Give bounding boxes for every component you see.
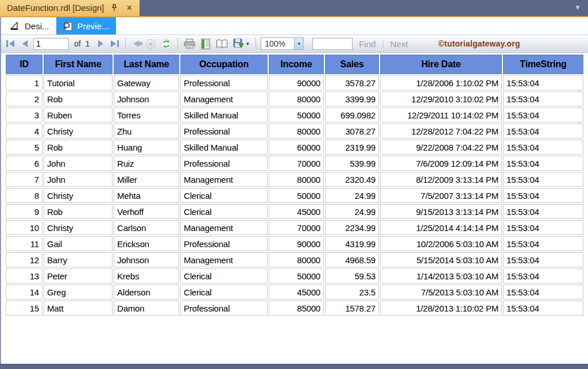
table-cell: Johnson bbox=[114, 252, 179, 267]
column-header: Last Name bbox=[114, 55, 179, 74]
find-next-separator: | bbox=[382, 40, 384, 48]
table-row: 5RobHuangSkilled Manual600002319.999/22/… bbox=[6, 140, 583, 155]
table-cell: Zhu bbox=[114, 124, 179, 139]
table-cell: 70000 bbox=[269, 156, 324, 171]
table-row: 8ChristyMehtaClerical5000024.997/5/2007 … bbox=[6, 188, 583, 203]
table-cell: 90000 bbox=[269, 75, 324, 90]
first-page-button[interactable] bbox=[5, 37, 16, 50]
last-page-button[interactable] bbox=[109, 37, 121, 50]
table-cell: 15:53:04 bbox=[503, 236, 583, 251]
table-row: 14GregAldersonClerical4500023.57/5/2013 … bbox=[6, 285, 583, 299]
table-cell: 80000 bbox=[269, 91, 324, 106]
table-cell: 3078.27 bbox=[325, 124, 379, 139]
table-cell: 15:53:04 bbox=[503, 220, 583, 235]
back-to-parent-button[interactable] bbox=[130, 37, 142, 50]
table-cell: Christy bbox=[44, 188, 113, 203]
document-tab[interactable]: DateFunction.rdl [Design] ✕ bbox=[0, 0, 140, 16]
table-cell: Professional bbox=[180, 75, 268, 90]
table-cell: Ruben bbox=[44, 107, 113, 122]
find-button[interactable]: Find bbox=[355, 39, 379, 49]
document-area: Desi... Previe... of 1 bbox=[0, 17, 588, 364]
refresh-button[interactable] bbox=[160, 37, 173, 50]
table-cell: Gail bbox=[44, 236, 113, 251]
table-cell: 1/14/2013 5:03:10 AM bbox=[380, 268, 502, 283]
stop-rendering-button[interactable]: ✕ bbox=[145, 37, 157, 50]
stop-icon: ✕ bbox=[146, 39, 156, 49]
table-cell: Alderson bbox=[114, 285, 179, 299]
vs-window: DateFunction.rdl [Design] ✕ ▼ Desi... bbox=[0, 0, 588, 369]
table-cell: 9 bbox=[6, 204, 42, 219]
table-cell: 50000 bbox=[269, 268, 324, 283]
table-cell: Skilled Manual bbox=[180, 107, 268, 122]
tab-design[interactable]: Desi... bbox=[3, 17, 56, 34]
zoom-combobox[interactable]: 100% ▼ bbox=[261, 37, 304, 50]
table-row: 12BarryJohnsonManagement800004968.595/15… bbox=[6, 252, 583, 267]
table-row: 10ChristyCarlsonManagement700002234.991/… bbox=[6, 220, 583, 235]
pin-icon[interactable] bbox=[110, 3, 119, 12]
refresh-icon bbox=[161, 39, 172, 49]
export-button[interactable]: ▼ bbox=[232, 37, 251, 50]
table-row: 15MattDamonProfessional850001578.271/28/… bbox=[6, 301, 583, 316]
table-cell: 539.99 bbox=[325, 156, 379, 171]
table-cell: 60000 bbox=[269, 140, 324, 155]
table-cell: 1 bbox=[6, 75, 42, 90]
page-number-input[interactable] bbox=[33, 38, 69, 50]
zoom-value: 100% bbox=[261, 37, 294, 50]
column-header: Sales bbox=[325, 55, 379, 74]
document-tab-title: DateFunction.rdl [Design] bbox=[7, 3, 104, 13]
table-cell: Matt bbox=[44, 301, 113, 316]
printer-icon bbox=[184, 39, 195, 49]
table-cell: 15 bbox=[6, 301, 42, 316]
table-cell: Tutorial bbox=[44, 75, 113, 90]
zoom-caret-icon[interactable]: ▼ bbox=[294, 37, 304, 50]
table-cell: Clerical bbox=[180, 204, 268, 219]
document-tab-bar: DateFunction.rdl [Design] ✕ ▼ bbox=[0, 0, 588, 17]
table-cell: 6 bbox=[6, 156, 42, 171]
table-cell: Rob bbox=[44, 204, 113, 219]
previous-page-button[interactable] bbox=[19, 37, 30, 50]
find-text-input[interactable] bbox=[312, 38, 353, 50]
table-cell: 11 bbox=[6, 236, 42, 251]
table-cell: Ruiz bbox=[114, 156, 179, 171]
table-cell: 4 bbox=[6, 124, 42, 139]
tab-preview-label: Previe... bbox=[78, 21, 109, 31]
print-button[interactable] bbox=[183, 37, 196, 50]
table-cell: 7/5/2007 3:13:14 PM bbox=[380, 188, 502, 203]
close-icon[interactable]: ✕ bbox=[125, 3, 134, 12]
table-row: 4ChristyZhuProfessional800003078.2712/28… bbox=[6, 124, 583, 139]
table-cell: 3 bbox=[6, 107, 42, 122]
table-cell: 4319.99 bbox=[325, 236, 379, 251]
dropdown-chevron-icon[interactable]: ▼ bbox=[574, 3, 581, 11]
column-header: First Name bbox=[44, 55, 113, 74]
of-label: of 1 bbox=[72, 39, 92, 48]
table-cell: 12/29/2010 3:10:02 PM bbox=[380, 91, 502, 106]
table-cell: 9/22/2008 7:04:22 PM bbox=[380, 140, 502, 155]
table-cell: Damon bbox=[114, 301, 179, 316]
table-cell: 50000 bbox=[269, 188, 324, 203]
table-cell: Christy bbox=[44, 124, 113, 139]
print-layout-icon bbox=[200, 39, 211, 49]
table-cell: John bbox=[44, 172, 113, 187]
table-cell: 12/28/2012 7:04:22 PM bbox=[380, 124, 502, 139]
table-row: 13PeterKrebsClerical5000059.531/14/2013 … bbox=[6, 268, 583, 283]
toolbar-separator bbox=[177, 38, 178, 49]
table-cell: Clerical bbox=[180, 188, 268, 203]
table-cell: 1/28/2013 1:10:02 PM bbox=[380, 301, 502, 316]
page-setup-icon bbox=[216, 39, 228, 49]
tab-preview[interactable]: Previe... bbox=[56, 17, 116, 34]
design-ruler-icon bbox=[10, 21, 21, 30]
view-tab-strip: Desi... Previe... bbox=[1, 17, 588, 35]
table-cell: 12 bbox=[6, 252, 42, 267]
table-cell: 24.99 bbox=[325, 188, 379, 203]
find-next-button[interactable]: Next bbox=[387, 39, 412, 49]
table-cell: 70000 bbox=[269, 220, 324, 235]
page-setup-button[interactable] bbox=[215, 37, 229, 50]
table-cell: Greg bbox=[44, 285, 113, 299]
print-layout-button[interactable] bbox=[199, 37, 212, 50]
table-cell: Torres bbox=[114, 107, 179, 122]
table-cell: 1578.27 bbox=[325, 301, 379, 316]
table-cell: 80000 bbox=[269, 252, 324, 267]
table-cell: 15:53:04 bbox=[503, 107, 583, 122]
next-page-button[interactable] bbox=[95, 37, 106, 50]
table-cell: 8 bbox=[6, 188, 42, 203]
